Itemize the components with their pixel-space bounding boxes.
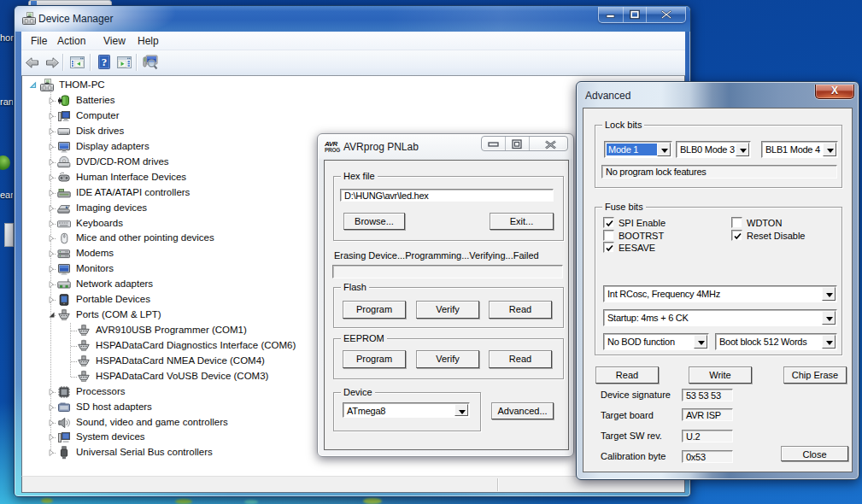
- svg-text:?: ?: [102, 56, 108, 68]
